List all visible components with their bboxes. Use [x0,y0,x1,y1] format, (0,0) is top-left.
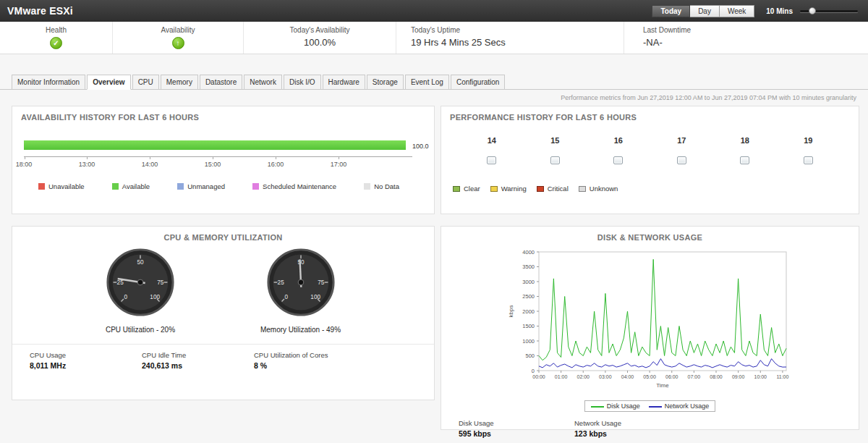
availability-history-panel: AVAILABILITY HISTORY FOR LAST 6 HOURS 10… [12,106,435,214]
legend-label: Available [122,182,150,190]
disk-network-stats-row: Disk Usage 595 kbps Network Usage 123 kb… [441,412,859,438]
app-header: VMware ESXi Today Day Week 10 Mins [0,0,868,22]
x-tick-label: 13:00 [79,161,95,168]
svg-text:500: 500 [525,353,535,359]
cpu-stats-row: CPU Usage 8,011 MHz CPU Idle Time 240,61… [12,344,434,370]
svg-text:75: 75 [318,279,325,286]
svg-text:1000: 1000 [522,338,535,345]
stat-label: Network Usage [574,419,690,427]
hour-label: 18 [713,136,777,145]
hour-status-window-icon[interactable] [550,156,560,164]
tab-memory[interactable]: Memory [161,75,198,90]
x-tick-label: 14:00 [142,161,158,168]
time-range-week-button[interactable]: Week [720,5,754,17]
slider-handle-icon[interactable] [809,7,816,14]
stat-value: 595 kbps [459,429,574,438]
status-strip: Health ✓ Availability ↑ Today's Availabi… [0,22,868,54]
legend-label: Clear [464,185,480,193]
hour-status-window-icon[interactable] [487,156,496,164]
legend-swatch [364,183,370,190]
stat-value: 8 % [254,361,434,370]
hour-status-window-icon[interactable] [613,156,623,164]
svg-text:2500: 2500 [522,293,535,300]
hour-label: 14 [460,136,524,145]
hour-label: 17 [650,136,714,145]
stat-label: CPU Idle Time [142,351,254,359]
disk-network-line-chart: 0500100015002000250030003500400000:0001:… [506,246,795,395]
svg-text:50: 50 [137,259,144,266]
tab-hardware[interactable]: Hardware [323,75,365,90]
cpu-utilization-gauge: 0 25 50 75 100 CPU Utilization - 20% [106,248,175,334]
network-usage-stat: Network Usage 123 kbps [574,419,690,438]
stat-value: 8,011 MHz [30,361,142,370]
tab-cpu[interactable]: CPU [132,75,159,90]
legend-item-network-usage: Network Usage [649,402,710,410]
hour-status-window-icon[interactable] [677,156,686,164]
hour-status-window-icon[interactable] [804,156,813,164]
legend-label: Warning [501,185,527,193]
hour-label: 15 [524,136,587,145]
availability-up-arrow-icon: ↑ [172,37,184,49]
time-range-today-button[interactable]: Today [652,5,690,17]
svg-text:03:00: 03:00 [599,374,612,379]
gauge-dial: 0 25 50 75 100 [106,248,175,317]
svg-text:10:00: 10:00 [754,374,767,379]
availability-bar [24,140,406,150]
last-downtime-cell: Last Downtime -NA- [624,22,868,54]
x-tick-label: 18:00 [16,161,33,168]
last-downtime-value: -NA- [643,37,868,48]
performance-panel-title: PERFORMANCE HISTORY FOR LAST 6 HOURS [441,106,859,126]
time-range-switcher: Today Day Week [652,5,754,17]
availability-legend: Unavailable Available Unmanaged Schedule… [12,180,434,190]
hour-column: 19 [777,136,841,167]
legend-label: Unavailable [48,182,85,190]
time-range-day-button[interactable]: Day [690,5,720,17]
x-tick-label: 15:00 [205,161,221,168]
svg-text:1500: 1500 [522,323,535,329]
granularity-label: 10 Mins [766,7,793,15]
tab-disk-io[interactable]: Disk I/O [284,75,321,90]
svg-text:05:00: 05:00 [643,374,656,379]
legend-label: Disk Usage [607,402,640,410]
svg-text:Time: Time [656,382,669,389]
hour-column: 14 [460,136,524,167]
svg-text:3000: 3000 [522,279,535,285]
tab-datastore[interactable]: Datastore [200,75,242,90]
legend-item-scheduled-maintenance: Scheduled Maintenance [252,182,336,190]
hour-label: 19 [777,136,841,145]
tab-event-log[interactable]: Event Log [405,75,449,90]
network-line-swatch [649,406,662,408]
hour-column: 18 [713,136,777,167]
gauges-row: 0 25 50 75 100 CPU Utilization - 20% [12,246,434,334]
stat-value: 240,613 ms [142,361,254,370]
tab-overview[interactable]: Overview [87,75,130,90]
tab-storage[interactable]: Storage [367,75,404,90]
todays-availability-cell: Today's Availability 100.0% [244,22,396,54]
granularity-slider[interactable] [800,7,858,15]
legend-swatch [537,186,544,192]
tab-monitor-information[interactable]: Monitor Information [12,75,85,90]
usage-chart-wrap: 0500100015002000250030003500400000:0001:… [441,246,859,412]
tab-configuration[interactable]: Configuration [451,75,505,90]
gauge-dial: 0 25 50 75 100 [266,248,336,317]
hour-column: 15 [524,136,587,167]
legend-label: Critical [548,185,569,193]
legend-item-unknown: Unknown [579,185,618,193]
usage-chart-legend: Disk Usage Network Usage [584,400,716,412]
health-label: Health [0,26,112,34]
availability-label: Availability [113,26,243,34]
x-tick-label: 16:00 [268,161,284,168]
availability-bar-value: 100.0 [412,143,429,150]
tab-network[interactable]: Network [244,75,282,90]
todays-uptime-label: Today's Uptime [411,26,624,34]
legend-item-warning: Warning [490,185,527,193]
hour-label: 16 [587,136,650,145]
svg-text:01:00: 01:00 [554,374,567,379]
svg-text:4000: 4000 [522,249,535,256]
availability-x-axis [24,156,412,157]
svg-text:06:00: 06:00 [665,374,678,379]
legend-swatch [252,183,259,190]
hour-status-window-icon[interactable] [740,156,749,164]
svg-text:02:00: 02:00 [576,374,590,379]
disk-usage-stat: Disk Usage 595 kbps [459,419,574,438]
